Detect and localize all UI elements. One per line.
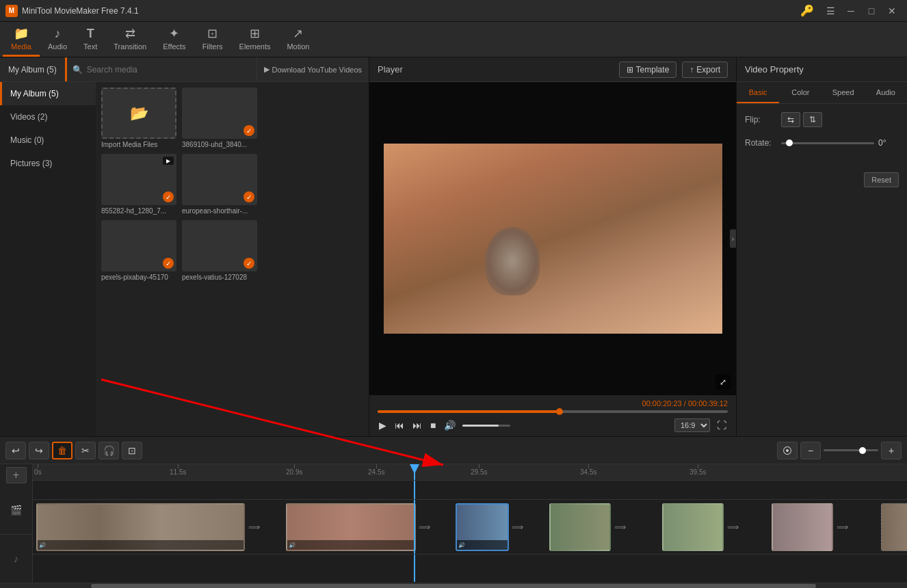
zoom-out-button[interactable]: − bbox=[800, 442, 821, 459]
tab-speed[interactable]: Speed bbox=[822, 82, 865, 103]
rotate-slider[interactable] bbox=[781, 142, 874, 144]
sidebar-item-myalbum[interactable]: My Album (5) bbox=[0, 82, 96, 105]
video-clip-3-selected[interactable]: 🔊 bbox=[456, 503, 509, 551]
add-track-btn[interactable]: + bbox=[6, 467, 27, 483]
video-icon: 🎬 bbox=[10, 505, 22, 516]
crop-button[interactable]: ⊡ bbox=[122, 442, 142, 459]
media-thumb-img-1: ✓ bbox=[182, 88, 257, 139]
next-frame-button[interactable]: ⏭ bbox=[411, 418, 423, 432]
transition-2[interactable]: ⟹ bbox=[419, 522, 430, 532]
import-media-thumb[interactable]: 📂 Import Media Files bbox=[101, 88, 176, 148]
tab-color[interactable]: Color bbox=[779, 82, 821, 103]
transition-1[interactable]: ⟹ bbox=[248, 522, 260, 532]
toolbar-elements[interactable]: ⊞ Elements bbox=[231, 22, 279, 57]
close-button[interactable]: ✕ bbox=[882, 3, 902, 18]
media-item-4[interactable]: ✓ pexels-pixabay-45170 bbox=[101, 220, 176, 281]
play-button[interactable]: ▶ bbox=[378, 418, 388, 432]
flip-row: Flip: ⇆ ⇅ bbox=[745, 112, 899, 127]
zoom-slider[interactable] bbox=[824, 449, 878, 451]
panel-collapse-btn[interactable]: › bbox=[730, 230, 736, 248]
aspect-ratio-select[interactable]: 16:9 4:3 1:1 9:16 bbox=[674, 418, 710, 432]
effects-icon: ✦ bbox=[169, 26, 179, 41]
media-row: 📂 Import Media Files ✓ 3869109-uhd_3840.… bbox=[101, 88, 363, 148]
zoom-in-button[interactable]: + bbox=[881, 442, 902, 459]
tab-audio[interactable]: Audio bbox=[865, 82, 907, 103]
media-item-3[interactable]: ✓ european-shorthair-... bbox=[182, 154, 257, 215]
flip-horizontal-btn[interactable]: ⇆ bbox=[781, 112, 800, 127]
menu-button[interactable]: ☰ bbox=[821, 3, 840, 18]
sidebar-item-music[interactable]: Music (0) bbox=[0, 129, 96, 152]
tab-color-label: Color bbox=[791, 88, 809, 96]
prev-frame-button[interactable]: ⏮ bbox=[393, 418, 406, 432]
toolbar-audio[interactable]: ♪ Audio bbox=[40, 22, 75, 57]
media-item-2[interactable]: ▶ ✓ 855282-hd_1280_7... bbox=[101, 154, 176, 215]
video-preview bbox=[384, 144, 722, 334]
transition-3[interactable]: ⟹ bbox=[512, 522, 523, 532]
search-bar: 🔍 bbox=[67, 57, 257, 81]
album-tab[interactable]: My Album (5) bbox=[0, 57, 67, 81]
split-button[interactable]: ✂ bbox=[75, 442, 96, 459]
toolbar-motion[interactable]: ↗ Motion bbox=[278, 22, 317, 57]
check-badge-3: ✓ bbox=[244, 191, 254, 202]
playhead-music bbox=[414, 554, 415, 582]
volume-button[interactable]: 🔊 bbox=[443, 418, 457, 432]
right-panel: Video Property Basic Color Speed Audio F… bbox=[736, 57, 907, 436]
detach-audio-button[interactable]: 🎧 bbox=[98, 442, 119, 459]
video-clip-6[interactable] bbox=[772, 503, 833, 551]
video-clip-2[interactable]: 🔊 bbox=[286, 503, 416, 551]
toolbar-elements-label: Elements bbox=[239, 42, 271, 51]
toolbar-motion-label: Motion bbox=[287, 42, 309, 51]
reset-button[interactable]: Reset bbox=[864, 172, 899, 187]
stop-button[interactable]: ■ bbox=[429, 418, 437, 432]
fullscreen-button[interactable]: ⤢ bbox=[715, 375, 731, 390]
media-item-1[interactable]: ✓ 3869109-uhd_3840... bbox=[182, 88, 257, 148]
audio-icon-2: 🔊 bbox=[289, 542, 295, 548]
toolbar-filters[interactable]: ⊡ Filters bbox=[194, 22, 231, 57]
video-clip-7[interactable] bbox=[881, 503, 907, 551]
sidebar-item-pictures[interactable]: Pictures (3) bbox=[0, 152, 96, 175]
transition-5[interactable]: ⟹ bbox=[727, 522, 739, 532]
toolbar-effects[interactable]: ✦ Effects bbox=[155, 22, 194, 57]
export-label: Export bbox=[696, 65, 720, 75]
tab-basic[interactable]: Basic bbox=[737, 82, 779, 103]
undo-button[interactable]: ↩ bbox=[5, 442, 26, 459]
minimize-button[interactable]: ─ bbox=[841, 3, 860, 18]
search-input[interactable] bbox=[87, 65, 251, 75]
property-title: Video Property bbox=[745, 64, 804, 75]
tab-audio-label: Audio bbox=[876, 88, 895, 96]
ruler-mark-4: 29.5s bbox=[471, 464, 487, 476]
transition-6[interactable]: ⟹ bbox=[837, 522, 848, 532]
toolbar-transition[interactable]: ⇄ Transition bbox=[105, 22, 155, 57]
timeline-scrollbar[interactable] bbox=[0, 583, 907, 588]
media-item-5[interactable]: ✓ pexels-vatius-127028 bbox=[182, 220, 257, 281]
video-clip-4[interactable] bbox=[549, 503, 611, 551]
property-content: Flip: ⇆ ⇅ Rotate: 0° bbox=[737, 104, 907, 167]
progress-thumb bbox=[556, 408, 563, 415]
flip-vertical-btn[interactable]: ⇅ bbox=[803, 112, 822, 127]
fullscreen-toggle-btn[interactable]: ⛶ bbox=[715, 418, 728, 432]
toolbar-text[interactable]: T Text bbox=[75, 22, 105, 57]
media-icon: 📁 bbox=[14, 26, 29, 41]
zoom-thumb bbox=[859, 447, 866, 454]
template-btn[interactable]: ⊞ Template bbox=[619, 62, 677, 78]
progress-bar[interactable] bbox=[378, 410, 728, 413]
media-grid: 📂 Import Media Files ✓ 3869109-uhd_3840.… bbox=[96, 82, 369, 436]
media-label-3: european-shorthair-... bbox=[182, 207, 257, 215]
download-icon: ▶ bbox=[264, 65, 270, 74]
maximize-button[interactable]: □ bbox=[862, 3, 881, 18]
progress-fill bbox=[378, 410, 560, 413]
delete-button[interactable]: 🗑 bbox=[52, 442, 73, 459]
volume-slider[interactable] bbox=[462, 425, 510, 427]
download-youtube-btn[interactable]: ▶ Download YouTube Videos bbox=[257, 57, 369, 81]
ruler-mark-0: 0s bbox=[34, 464, 42, 476]
rotate-controls: 0° bbox=[781, 138, 899, 148]
sidebar-item-videos[interactable]: Videos (2) bbox=[0, 105, 96, 129]
toolbar-media[interactable]: 📁 Media bbox=[3, 22, 40, 57]
text-icon: T bbox=[87, 27, 94, 41]
transition-4[interactable]: ⟹ bbox=[614, 522, 626, 532]
snap-button[interactable]: ⦿ bbox=[777, 442, 798, 459]
video-clip-1[interactable]: 🔊 bbox=[36, 503, 245, 551]
video-clip-5[interactable] bbox=[662, 503, 724, 551]
redo-button[interactable]: ↪ bbox=[29, 442, 49, 459]
export-btn[interactable]: ↑ Export bbox=[682, 62, 728, 78]
